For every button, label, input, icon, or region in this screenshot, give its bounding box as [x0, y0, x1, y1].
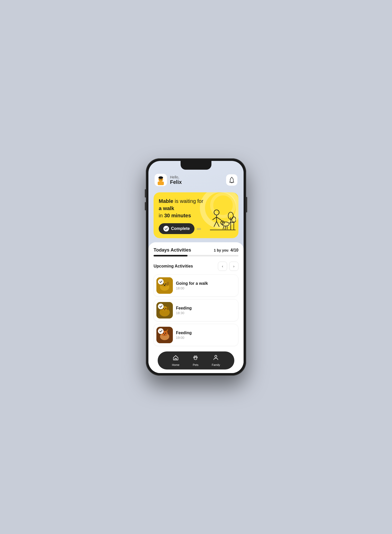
- svg-point-5: [161, 179, 162, 180]
- walk-card: Mable is waiting for a walk in 30 minute…: [154, 192, 238, 238]
- arrow-forward-icon: »»: [197, 226, 201, 231]
- svg-point-39: [165, 333, 166, 334]
- activities-by-you: 1 by you: [214, 248, 228, 252]
- home-icon: [173, 355, 179, 362]
- activity-info-2: Feeding 18:30: [176, 306, 236, 315]
- svg-point-7: [214, 210, 219, 215]
- svg-rect-45: [175, 358, 176, 360]
- phone-screen: Hello, Felix Mable is waiting for a walk…: [148, 161, 244, 373]
- checkmark-icon: [165, 228, 168, 230]
- notch: [181, 161, 211, 170]
- list-item[interactable]: Feeding 18:30: [154, 299, 238, 321]
- check-badge-1: [158, 279, 164, 285]
- pets-icon: [192, 355, 199, 362]
- svg-point-47: [196, 356, 197, 357]
- pets-label: Pets: [193, 363, 198, 366]
- walk-bold-1: a walk: [159, 205, 174, 211]
- activity-time-3: 19:00: [176, 336, 236, 340]
- activity-icon-wrap-1: [156, 277, 173, 294]
- complete-btn-area: Complete »»: [159, 223, 233, 234]
- activity-icon-wrap-3: [156, 327, 173, 343]
- list-item[interactable]: Going for a walk 18:00: [154, 274, 238, 297]
- svg-point-4: [160, 179, 161, 180]
- walk-bold-2: 30 minutes: [164, 213, 191, 218]
- svg-point-21: [163, 283, 164, 285]
- activities-count: 1 by you 4/10: [214, 248, 238, 253]
- prev-button[interactable]: ‹: [218, 262, 227, 271]
- progress-bar-fill: [154, 255, 188, 256]
- complete-button[interactable]: Complete: [159, 223, 194, 234]
- next-button[interactable]: ›: [229, 262, 238, 271]
- activities-progress: 4/10: [230, 248, 238, 252]
- complete-label: Complete: [171, 226, 190, 231]
- activity-time-1: 18:00: [176, 286, 236, 290]
- upcoming-title: Upcoming Activities: [154, 264, 193, 269]
- svg-point-49: [197, 357, 198, 358]
- user-info: Hello, Felix: [155, 174, 182, 186]
- family-icon: [213, 355, 219, 362]
- check-icon: [163, 226, 169, 231]
- activity-name-1: Going for a walk: [176, 281, 236, 286]
- family-label: Family: [212, 363, 220, 366]
- activity-name-2: Feeding: [176, 306, 236, 311]
- list-item[interactable]: Feeding 19:00: [154, 324, 238, 346]
- bottom-sheet: Todays Activities 1 by you 4/10 Upcoming…: [148, 242, 244, 373]
- user-name-label: Felix: [170, 179, 182, 185]
- greeting-text: Hello, Felix: [170, 175, 182, 185]
- svg-rect-1: [158, 182, 164, 185]
- walk-message-1: is waiting for: [173, 198, 203, 204]
- svg-point-50: [215, 355, 217, 357]
- activity-info-3: Feeding 19:00: [176, 331, 236, 340]
- nav-arrows: ‹ ›: [218, 262, 238, 271]
- notification-button[interactable]: [226, 174, 237, 186]
- upcoming-header: Upcoming Activities ‹ ›: [154, 262, 238, 271]
- walk-card-text: Mable is waiting for a walk in 30 minute…: [159, 197, 203, 219]
- svg-point-22: [165, 283, 166, 285]
- svg-point-46: [194, 356, 195, 357]
- svg-point-29: [163, 308, 164, 309]
- pet-name: Mable: [159, 198, 173, 204]
- svg-point-31: [164, 309, 165, 310]
- avatar: [155, 174, 167, 186]
- nav-item-pets[interactable]: Pets: [192, 355, 199, 366]
- svg-point-3: [158, 176, 163, 179]
- check-badge-2: [158, 304, 164, 309]
- svg-point-30: [165, 308, 166, 309]
- phone-frame: Hello, Felix Mable is waiting for a walk…: [146, 158, 246, 376]
- activity-icon-wrap-2: [156, 302, 173, 318]
- svg-point-48: [194, 357, 195, 358]
- bottom-nav: Home Pets: [158, 351, 234, 369]
- activities-header: Todays Activities 1 by you 4/10: [154, 247, 238, 253]
- hello-label: Hello,: [170, 175, 182, 179]
- svg-point-42: [164, 334, 165, 335]
- svg-point-38: [163, 333, 164, 334]
- progress-bar: [154, 255, 238, 256]
- activity-time-2: 18:30: [176, 311, 236, 315]
- activities-title: Todays Activities: [154, 247, 191, 253]
- activity-name-3: Feeding: [176, 331, 236, 335]
- home-label: Home: [172, 363, 179, 366]
- activity-info-1: Going for a walk 18:00: [176, 281, 236, 290]
- walk-message-2: in: [159, 213, 164, 218]
- check-badge-3: [158, 328, 164, 334]
- nav-item-home[interactable]: Home: [172, 355, 179, 366]
- svg-point-23: [164, 285, 165, 286]
- activity-list: Going for a walk 18:00: [154, 274, 238, 349]
- bell-icon: [229, 177, 235, 183]
- nav-item-family[interactable]: Family: [212, 355, 220, 366]
